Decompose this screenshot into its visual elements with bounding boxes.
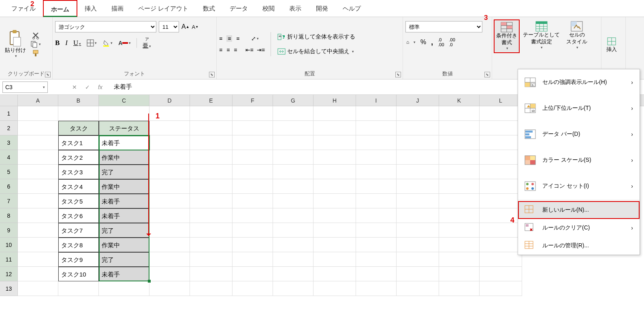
borders-button[interactable]: ▾	[87, 39, 97, 47]
cell-C7[interactable]: 未着手	[99, 194, 149, 208]
cell-A2[interactable]	[18, 121, 58, 135]
merge-center-button[interactable]: セルを結合して中央揃え ▾	[277, 47, 356, 56]
cell-E4[interactable]	[190, 150, 232, 165]
cell-F1[interactable]	[232, 106, 273, 121]
tab-view[interactable]: 表示	[282, 0, 309, 17]
cell-K4[interactable]	[439, 150, 480, 165]
cell-H13[interactable]	[313, 281, 356, 296]
cell-I13[interactable]	[356, 281, 397, 296]
cell-G12[interactable]	[273, 267, 313, 281]
cell-H1[interactable]	[313, 106, 356, 121]
cell-G7[interactable]	[273, 194, 313, 208]
cf-highlight-rules[interactable]: ≤セルの強調表示ルール(H) ›	[518, 69, 640, 95]
cell-A7[interactable]	[18, 194, 58, 208]
cell-K9[interactable]	[439, 223, 480, 238]
align-center-icon[interactable]: ≡	[226, 47, 230, 53]
cell-D3[interactable]	[149, 135, 190, 150]
italic-button[interactable]: I	[65, 39, 68, 47]
cell-K8[interactable]	[439, 208, 480, 223]
cell-J1[interactable]	[397, 106, 439, 121]
cell-F2[interactable]	[232, 121, 273, 135]
cell-C12[interactable]: 未着手	[99, 267, 149, 281]
cell-I3[interactable]	[356, 135, 397, 150]
cell-A12[interactable]	[18, 267, 58, 281]
cell-L10[interactable]	[480, 238, 522, 252]
cell-L9[interactable]	[480, 223, 522, 238]
cell-H3[interactable]	[313, 135, 356, 150]
tab-developer[interactable]: 開発	[309, 0, 335, 17]
cell-G9[interactable]	[273, 223, 313, 238]
enter-formula-icon[interactable]: ✓	[85, 84, 90, 90]
cell-E9[interactable]	[190, 223, 232, 238]
cell-C5[interactable]: 完了	[99, 165, 149, 179]
cell-F9[interactable]	[232, 223, 273, 238]
cell-L5[interactable]	[480, 165, 522, 179]
orientation-button[interactable]: ⤢▾	[245, 35, 265, 42]
cf-color-scales[interactable]: カラー スケール(S) ›	[518, 147, 640, 173]
cells-area[interactable]: タスクステータスタスク1未着手▼タスク2作業中タスク3完了タスク4作業中タスク5…	[18, 106, 522, 296]
fill-color-button[interactable]: ▾	[102, 39, 113, 47]
cell-E3[interactable]	[190, 135, 232, 150]
cell-A5[interactable]	[18, 165, 58, 179]
cf-icon-sets[interactable]: アイコン セット(I) ›	[518, 173, 640, 199]
cell-G13[interactable]	[273, 281, 313, 296]
cell-D8[interactable]	[149, 208, 190, 223]
cell-L12[interactable]	[480, 267, 522, 281]
font-family-select[interactable]: 游ゴシック	[55, 21, 156, 32]
cell-A13[interactable]	[18, 281, 58, 296]
cell-B1[interactable]	[58, 106, 99, 121]
cell-K1[interactable]	[439, 106, 480, 121]
font-color-button[interactable]: A▾	[118, 40, 131, 46]
cell-J11[interactable]	[397, 252, 439, 267]
increase-decimal-icon[interactable]: .0.00	[438, 37, 444, 47]
cf-data-bars[interactable]: データ バー(D) ›	[518, 121, 640, 147]
cell-K3[interactable]	[439, 135, 480, 150]
row-header-3[interactable]: 3	[0, 135, 18, 150]
cell-L1[interactable]	[480, 106, 522, 121]
cell-A1[interactable]	[18, 106, 58, 121]
cell-E1[interactable]	[190, 106, 232, 121]
tab-home[interactable]: ホーム	[43, 0, 77, 17]
align-middle-icon[interactable]: ≡	[226, 35, 232, 42]
align-top-icon[interactable]: ≡	[219, 35, 222, 42]
cell-G6[interactable]	[273, 179, 313, 194]
name-box[interactable]: C3 ▾	[2, 81, 48, 93]
cell-D2[interactable]	[149, 121, 190, 135]
col-header-G[interactable]: G	[273, 95, 313, 106]
row-header-11[interactable]: 11	[0, 252, 18, 267]
cell-H12[interactable]	[313, 267, 356, 281]
cell-E11[interactable]	[190, 252, 232, 267]
cell-B9[interactable]: タスク7	[58, 223, 99, 238]
cell-C2[interactable]: ステータス	[99, 121, 149, 135]
cf-clear-rules[interactable]: ルールのクリア(C) ›	[518, 219, 640, 237]
row-header-4[interactable]: 4	[0, 150, 18, 165]
accounting-format-icon[interactable]: ⌂▾	[405, 39, 416, 45]
cell-K6[interactable]	[439, 179, 480, 194]
row-header-7[interactable]: 7	[0, 194, 18, 208]
cell-L8[interactable]	[480, 208, 522, 223]
format-painter-icon[interactable]	[30, 49, 41, 57]
col-header-J[interactable]: J	[397, 95, 439, 106]
decrease-indent-icon[interactable]: ⇤≡	[245, 47, 254, 53]
cell-A11[interactable]	[18, 252, 58, 267]
col-header-H[interactable]: H	[313, 95, 356, 106]
paste-button[interactable]: 貼り付け ▾	[2, 28, 28, 60]
ruby-button[interactable]: ア亜▾	[143, 36, 151, 49]
tab-formulas[interactable]: 数式	[196, 0, 222, 17]
cell-J12[interactable]	[397, 267, 439, 281]
decrease-font-icon[interactable]: A▼	[192, 24, 199, 30]
cell-C1[interactable]	[99, 106, 149, 121]
tab-data[interactable]: データ	[222, 0, 255, 17]
cell-F5[interactable]	[232, 165, 273, 179]
cell-H11[interactable]	[313, 252, 356, 267]
cell-I10[interactable]	[356, 238, 397, 252]
cell-H8[interactable]	[313, 208, 356, 223]
cell-G2[interactable]	[273, 121, 313, 135]
align-left-icon[interactable]: ≡	[219, 47, 222, 53]
cell-F13[interactable]	[232, 281, 273, 296]
insert-cells-button[interactable]: 挿入	[604, 36, 619, 54]
cell-L3[interactable]	[480, 135, 522, 150]
col-header-B[interactable]: B	[58, 95, 99, 106]
cell-H7[interactable]	[313, 194, 356, 208]
cell-F10[interactable]	[232, 238, 273, 252]
